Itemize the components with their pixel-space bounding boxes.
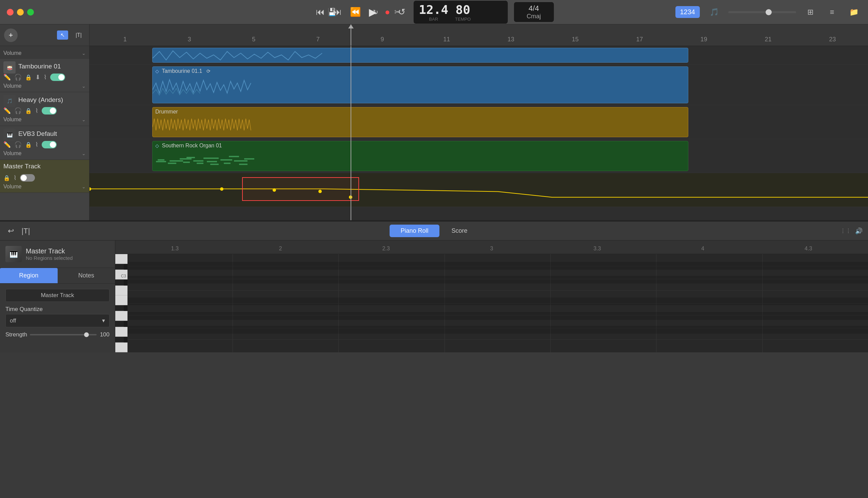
fast-forward-button[interactable]: ⏭ [331, 5, 344, 19]
heavy-edit-btn[interactable]: ✏️ [3, 107, 11, 115]
evb3-headphone-btn[interactable]: 🎧 [14, 141, 22, 148]
track-item-evb3: 🎹 EVB3 Default ✏️ 🎧 🔒 ⌇ Volume ⌄ [0, 126, 89, 160]
evb3-edit-btn[interactable]: ✏️ [3, 141, 11, 148]
evb3-volume-label: Volume [3, 150, 80, 157]
strength-label: Strength [5, 331, 27, 338]
tambourine-volume-label: Volume [3, 83, 80, 89]
bar-label: BAR [429, 17, 438, 22]
ruler-mark-11: 11 [414, 36, 479, 43]
piano-key-white-6[interactable] [115, 327, 127, 337]
tambourine-export-btn[interactable]: ⬇ [35, 74, 40, 81]
heavy-controls: ✏️ 🎧 🔒 ⌇ [3, 107, 86, 115]
smart-tool-pointer[interactable]: ↖ [57, 30, 68, 40]
track-row-heavy: Drummer [90, 105, 868, 139]
count-in-button[interactable]: 1234 [675, 6, 700, 18]
master-volume-chevron[interactable]: ⌄ [82, 184, 86, 189]
region-drummer[interactable]: Drummer [152, 107, 688, 137]
ruler-mark-9: 9 [350, 36, 415, 43]
piano-key-black-1[interactable] [115, 264, 124, 270]
pr-sidebar-tabs: Region Notes [0, 268, 115, 284]
auto-point-3[interactable] [272, 188, 276, 192]
tambourine-toggle[interactable] [50, 74, 65, 81]
evb3-flex-btn[interactable]: ⌇ [35, 141, 38, 148]
time-quantize-value: off [10, 317, 16, 324]
tambourine-volume-chevron[interactable]: ⌄ [82, 83, 86, 89]
midi-notes-organ [153, 151, 688, 169]
tab-piano-roll[interactable]: Piano Roll [390, 225, 439, 237]
master-toggle[interactable] [20, 174, 35, 182]
auto-point-4[interactable] [318, 190, 322, 193]
time-sig-display[interactable]: 4/4 Cmaj [513, 2, 554, 22]
browser-button[interactable]: 📁 [846, 5, 861, 19]
track-item-heavy: 🎵 Heavy (Anders) ✏️ 🎧 🔒 ⌇ Volume ⌄ [0, 92, 89, 126]
region-organ[interactable]: ◇ Southern Rock Organ 01 [152, 141, 688, 171]
bottom-icon-1[interactable]: ⋮⋮ [840, 228, 851, 234]
pr-ruler-marks: 1.3 2 2.3 3 3.3 4 4.3 [115, 246, 868, 252]
piano-key-white-2[interactable]: C3 [115, 270, 127, 279]
region-tambourine-top[interactable] [152, 48, 688, 63]
piano-key-white-5[interactable] [115, 311, 127, 321]
heavy-flex-btn[interactable]: ⌇ [35, 107, 38, 115]
auto-point-1[interactable] [90, 187, 91, 191]
region-tambourine[interactable]: ◇ Tambourine 01.1 ⟳ [152, 66, 688, 103]
evb3-lock-btn[interactable]: 🔒 [25, 142, 32, 148]
title-bar: 💾 ? ↻ ✂ ⏮ ⏭ ⏪ ▶ ● ↺ 12.4 BAR 80 [0, 0, 868, 24]
piano-key-white-4[interactable] [115, 296, 127, 305]
evb3-volume-chevron[interactable]: ⌄ [82, 151, 86, 156]
piano-key-white-7[interactable] [115, 342, 127, 352]
add-track-button[interactable]: + [4, 28, 18, 42]
minimize-button[interactable] [17, 9, 24, 16]
ruler-marks: 1 3 5 7 9 11 13 15 17 19 21 23 [90, 36, 868, 43]
slider-thumb[interactable] [766, 9, 772, 15]
heavy-headphone-btn[interactable]: 🎧 [14, 107, 22, 115]
piano-key-black-3[interactable] [115, 305, 124, 311]
bottom-toolbar: ↩ |T| Piano Roll Score ⋮⋮ 🔊 [0, 222, 868, 240]
heavy-lock-btn[interactable]: 🔒 [25, 108, 32, 114]
rewind-button[interactable]: ⏮ [314, 5, 327, 19]
auto-point-2[interactable] [220, 187, 224, 191]
mixer-button[interactable]: ≡ [825, 5, 840, 19]
pr-note-area[interactable] [127, 254, 868, 352]
metronome-button[interactable]: 🎵 [706, 5, 722, 19]
time-quantize-dropdown[interactable]: off ▾ [5, 314, 110, 327]
bottom-edit-btn[interactable]: |T| [20, 226, 31, 236]
smart-controls-button[interactable]: ⊞ [803, 5, 818, 19]
tambourine-lock-btn[interactable]: 🔒 [25, 74, 32, 81]
tambourine-edit-btn[interactable]: ✏️ [3, 74, 11, 81]
bottom-volume-icon[interactable]: 🔊 [855, 227, 863, 235]
smart-tool-edit[interactable]: |T| [72, 31, 85, 40]
pr-tab-notes[interactable]: Notes [58, 268, 115, 283]
evb3-toggle[interactable] [42, 141, 56, 148]
heavy-volume-chevron[interactable]: ⌄ [82, 117, 86, 122]
tambourine-headphone-btn[interactable]: 🎧 [14, 74, 22, 81]
maximize-button[interactable] [27, 9, 34, 16]
piano-key-black-2[interactable] [115, 279, 124, 286]
strength-thumb[interactable] [84, 332, 89, 337]
pr-tab-region[interactable]: Region [0, 268, 58, 283]
play-button[interactable]: ▶ [367, 4, 379, 20]
position-display[interactable]: 12.4 BAR 80 TEMPO [413, 0, 508, 24]
piano-key-black-5[interactable] [115, 337, 124, 343]
master-volume-slider[interactable] [728, 11, 796, 13]
close-button[interactable] [7, 9, 14, 16]
master-lock-btn[interactable]: 🔒 [3, 175, 10, 181]
piano-key-white-1[interactable] [115, 254, 127, 264]
tambourine-flex-btn[interactable]: ⌇ [44, 74, 47, 81]
piano-key-container: C3 [115, 254, 127, 352]
heavy-track-name: Heavy (Anders) [18, 96, 63, 104]
master-flex-btn[interactable]: ⌇ [14, 174, 17, 182]
piano-key-white-3[interactable] [115, 286, 127, 296]
piano-key-black-4[interactable] [115, 321, 124, 327]
heavy-toggle[interactable] [42, 107, 56, 115]
tab-score[interactable]: Score [441, 225, 478, 237]
ruler: 1 3 5 7 9 11 13 15 17 19 21 23 [90, 24, 868, 46]
strength-slider[interactable] [30, 334, 97, 336]
top-volume-row: Volume ⌄ [0, 46, 89, 58]
bottom-undo-btn[interactable]: ↩ [5, 226, 16, 236]
top-volume-chevron[interactable]: ⌄ [82, 51, 86, 56]
loop-button[interactable]: ↺ [396, 5, 408, 19]
piano-roll-tabs: Piano Roll Score [390, 225, 478, 237]
record-button[interactable]: ● [383, 5, 392, 19]
track-list-header: + ↖ |T| [0, 24, 89, 46]
skip-back-button[interactable]: ⏪ [348, 5, 363, 19]
